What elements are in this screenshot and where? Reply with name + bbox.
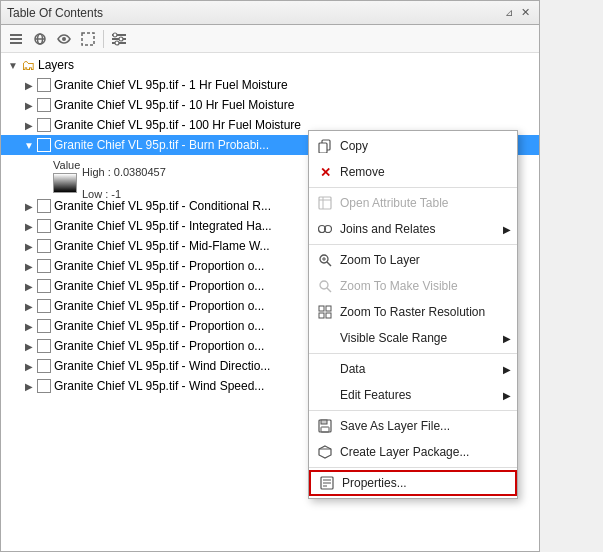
layer-8-label: Granite Chief VL 95p.tif - Proportion o.…: [54, 259, 264, 273]
layer-3-label: Granite Chief VL 95p.tif - 100 Hr Fuel M…: [54, 118, 301, 132]
layer-4-checkbox[interactable]: [37, 138, 51, 152]
toc-title: Table Of Contents: [7, 6, 103, 20]
layer-7-checkbox[interactable]: [37, 239, 51, 253]
legend-text-col: High : 0.0380457 Low : -1: [82, 166, 166, 200]
layer-6-checkbox[interactable]: [37, 219, 51, 233]
ctx-create-package[interactable]: Create Layer Package...: [309, 439, 517, 465]
ctx-visible-scale-arrow: ▶: [503, 333, 511, 344]
layer-10-expand[interactable]: ▶: [21, 298, 37, 314]
ctx-edit-features[interactable]: Edit Features ▶: [309, 382, 517, 408]
svg-rect-1: [10, 38, 22, 40]
layer-4-label: Granite Chief VL 95p.tif - Burn Probabi.…: [54, 138, 269, 152]
layer-6-expand[interactable]: ▶: [21, 218, 37, 234]
layer-5-expand[interactable]: ▶: [21, 198, 37, 214]
toc-close-button[interactable]: ✕: [517, 5, 533, 21]
layer-7-expand[interactable]: ▶: [21, 238, 37, 254]
ctx-zoom-visible-label: Zoom To Make Visible: [340, 279, 458, 293]
layer-13-label: Granite Chief VL 95p.tif - Wind Directio…: [54, 359, 270, 373]
layer-1-expand[interactable]: ▶: [21, 77, 37, 93]
layer-11-checkbox[interactable]: [37, 319, 51, 333]
svg-point-13: [115, 41, 119, 45]
toolbar-list-by-visibility[interactable]: [53, 28, 75, 50]
layer-14-expand[interactable]: ▶: [21, 378, 37, 394]
layer-11-expand[interactable]: ▶: [21, 318, 37, 334]
layer-5-checkbox[interactable]: [37, 199, 51, 213]
ctx-sep-4: [309, 410, 517, 411]
ctx-zoom-layer[interactable]: Zoom To Layer: [309, 247, 517, 273]
ctx-create-package-label: Create Layer Package...: [340, 445, 469, 459]
ctx-zoom-layer-label: Zoom To Layer: [340, 253, 420, 267]
context-menu: Copy ✕ Remove Open Attribute Table Joins…: [308, 130, 518, 499]
svg-line-26: [327, 288, 331, 292]
layer-9-checkbox[interactable]: [37, 279, 51, 293]
ctx-joins-arrow: ▶: [503, 224, 511, 235]
ctx-visible-scale[interactable]: Visible Scale Range ▶: [309, 325, 517, 351]
toc-controls: ⊿ ✕: [505, 5, 533, 21]
layer-7-label: Granite Chief VL 95p.tif - Mid-Flame W..…: [54, 239, 270, 253]
ctx-properties[interactable]: Properties...: [309, 470, 517, 496]
layer-10-checkbox[interactable]: [37, 299, 51, 313]
ctx-sep-1: [309, 187, 517, 188]
ctx-data[interactable]: Data ▶: [309, 356, 517, 382]
layer-3-expand[interactable]: ▶: [21, 117, 37, 133]
svg-rect-30: [326, 313, 331, 318]
toolbar-options[interactable]: [108, 28, 130, 50]
open-attr-icon: [315, 193, 335, 213]
layers-group-icon: 🗂: [21, 57, 35, 73]
layers-expand[interactable]: ▼: [5, 57, 21, 73]
svg-point-11: [113, 33, 117, 37]
ctx-zoom-visible: Zoom To Make Visible: [309, 273, 517, 299]
layer-14-label: Granite Chief VL 95p.tif - Wind Speed...: [54, 379, 264, 393]
layer-12-checkbox[interactable]: [37, 339, 51, 353]
ctx-open-attr: Open Attribute Table: [309, 190, 517, 216]
layer-2-checkbox[interactable]: [37, 98, 51, 112]
ctx-save-layer-label: Save As Layer File...: [340, 419, 450, 433]
edit-features-icon: [315, 385, 335, 405]
layer-10-label: Granite Chief VL 95p.tif - Proportion o.…: [54, 299, 264, 313]
toolbar-list-by-drawing-order[interactable]: [5, 28, 27, 50]
layers-group[interactable]: ▼ 🗂 Layers: [1, 55, 539, 75]
layer-2[interactable]: ▶ Granite Chief VL 95p.tif - 10 Hr Fuel …: [1, 95, 539, 115]
ctx-properties-label: Properties...: [342, 476, 407, 490]
legend-value-text: Value: [53, 159, 80, 171]
ctx-joins[interactable]: Joins and Relates ▶: [309, 216, 517, 242]
visible-scale-icon: [315, 328, 335, 348]
data-icon: [315, 359, 335, 379]
ctx-joins-label: Joins and Relates: [340, 222, 435, 236]
svg-rect-16: [319, 197, 331, 209]
svg-rect-32: [321, 420, 327, 424]
layer-12-label: Granite Chief VL 95p.tif - Proportion o.…: [54, 339, 264, 353]
ctx-save-layer[interactable]: Save As Layer File...: [309, 413, 517, 439]
svg-rect-7: [82, 33, 94, 45]
layer-1-checkbox[interactable]: [37, 78, 51, 92]
toolbar-list-by-source[interactable]: [29, 28, 51, 50]
layers-group-label: Layers: [38, 58, 74, 72]
svg-rect-15: [319, 143, 327, 153]
layer-8-checkbox[interactable]: [37, 259, 51, 273]
layer-4-expand[interactable]: ▼: [21, 137, 37, 153]
create-package-icon: [315, 442, 335, 462]
layer-9-expand[interactable]: ▶: [21, 278, 37, 294]
toolbar-separator: [103, 30, 104, 48]
zoom-raster-icon: [315, 302, 335, 322]
ctx-remove-label: Remove: [340, 165, 385, 179]
ctx-copy[interactable]: Copy: [309, 133, 517, 159]
layer-13-expand[interactable]: ▶: [21, 358, 37, 374]
layer-8-expand[interactable]: ▶: [21, 258, 37, 274]
layer-13-checkbox[interactable]: [37, 359, 51, 373]
layer-1-label: Granite Chief VL 95p.tif - 1 Hr Fuel Moi…: [54, 78, 288, 92]
legend-swatch: [53, 173, 77, 193]
layer-1[interactable]: ▶ Granite Chief VL 95p.tif - 1 Hr Fuel M…: [1, 75, 539, 95]
ctx-remove[interactable]: ✕ Remove: [309, 159, 517, 185]
layer-2-expand[interactable]: ▶: [21, 97, 37, 113]
ctx-data-label: Data: [340, 362, 365, 376]
ctx-zoom-raster[interactable]: Zoom To Raster Resolution: [309, 299, 517, 325]
save-layer-icon: [315, 416, 335, 436]
layer-12-expand[interactable]: ▶: [21, 338, 37, 354]
toolbar-list-by-selection[interactable]: [77, 28, 99, 50]
svg-rect-0: [10, 34, 22, 36]
layer-3-checkbox[interactable]: [37, 118, 51, 132]
layer-14-checkbox[interactable]: [37, 379, 51, 393]
properties-icon: [317, 473, 337, 493]
svg-rect-2: [10, 42, 22, 44]
